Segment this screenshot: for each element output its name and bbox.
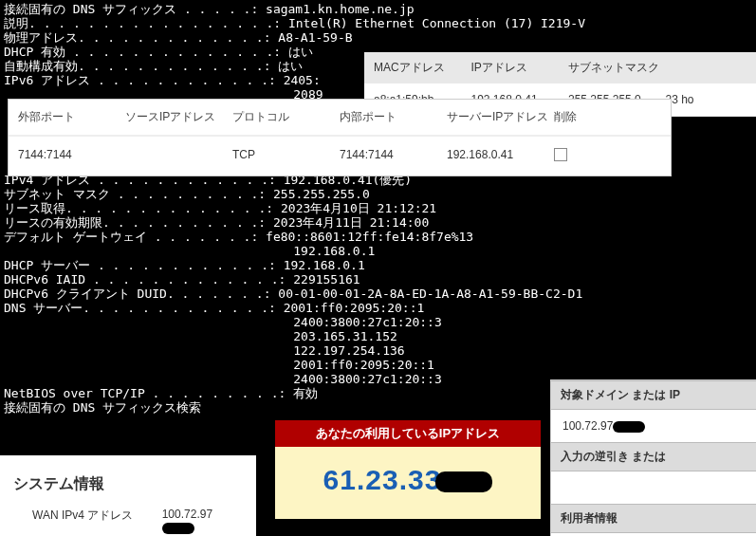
col-delete: 削除 [554,109,661,125]
terminal-line: DNS サーバー. . . . . . . . . . . . .: 2001:… [4,301,752,315]
whois-target-header: 対象ドメイン または IP [551,380,756,410]
cell-extport: 7144:7144 [18,148,125,164]
terminal-line: リースの有効期限. . . . . . . . . . .: 2023年4月11… [4,215,752,230]
col-extport: 外部ポート [18,109,125,125]
col-ip: IPアドレス [471,60,569,76]
terminal-line: サブネット マスク . . . . . . . . . .: 255.255.2… [4,187,752,201]
whois-reverse-value [551,471,756,504]
terminal-line: 2001:ff0:2095:20::1 [4,358,752,372]
your-ip-title: あなたの利用しているIPアドレス [275,420,541,447]
terminal-line: リース取得. . . . . . . . . . . . . .: 2023年4… [4,201,752,215]
cell-time: 23 ho [666,93,757,106]
redacted-icon [435,471,492,492]
whois-target-value: 100.72.97 [551,410,756,442]
col-srcip: ソースIPアドレス [125,109,232,125]
col-serverip: サーバーIPアドレス [447,109,554,125]
terminal-line: 2400:3800:27c1:20::3 [4,315,752,329]
your-ip-box: あなたの利用しているIPアドレス 61.23.33 [275,420,541,519]
col-intport: 内部ポート [340,109,447,125]
port-forward-table: 外部ポート ソースIPアドレス プロトコル 内部ポート サーバーIPアドレス 削… [8,99,672,176]
cell-intport: 7144:7144 [340,148,447,164]
whois-panel: 対象ドメイン または IP 100.72.97 入力の逆引き または 利用者情報… [550,379,756,536]
col-mac: MACアドレス [374,60,471,76]
your-ip-value: 61.23.33 [275,447,541,519]
wan-ipv4-label: WAN IPv4 アドレス [32,508,162,534]
cell-srcip [125,148,232,164]
cell-serverip: 192.168.0.41 [447,148,554,164]
system-info-title: システム情報 [13,474,243,494]
col-proto: プロトコル [232,109,340,125]
terminal-line: 192.168.0.1 [4,244,752,258]
terminal-line: DHCPv6 クライアント DUID. . . . . . .: 00-01-0… [4,286,752,301]
terminal-line: DHCP サーバー . . . . . . . . . . . .: 192.1… [4,258,752,272]
terminal-line: 122.197.254.136 [4,343,752,358]
terminal-line: 203.165.31.152 [4,329,752,343]
redacted-icon [162,523,194,534]
terminal-line: 物理アドレス. . . . . . . . . . . . .: A8-A1-5… [4,30,752,45]
terminal-line: 説明. . . . . . . . . . . . . . . . .: Int… [4,16,752,30]
delete-checkbox[interactable] [554,148,567,161]
whois-userinfo-header: 利用者情報 [551,504,756,533]
system-info-panel: システム情報 WAN IPv4 アドレス 100.72.97 [0,455,256,536]
cell-delete [554,148,661,164]
terminal-line: DHCPv6 IAID . . . . . . . . . . . . .: 2… [4,272,752,286]
table-row: 7144:7144 TCP 7144:7144 192.168.0.41 [9,137,671,176]
col-subnet: サブネットマスク [568,60,666,76]
terminal-line: デフォルト ゲートウェイ . . . . . . .: fe80::8601:1… [4,230,752,244]
terminal-line: 接続固有の DNS サフィックス . . . . .: sagam1.kn.ho… [4,2,752,16]
whois-reverse-header: 入力の逆引き または [551,442,756,471]
redacted-icon [613,421,645,433]
wan-ipv4-value: 100.72.97 [162,508,243,534]
col-time [666,60,757,76]
cell-proto: TCP [232,148,340,164]
